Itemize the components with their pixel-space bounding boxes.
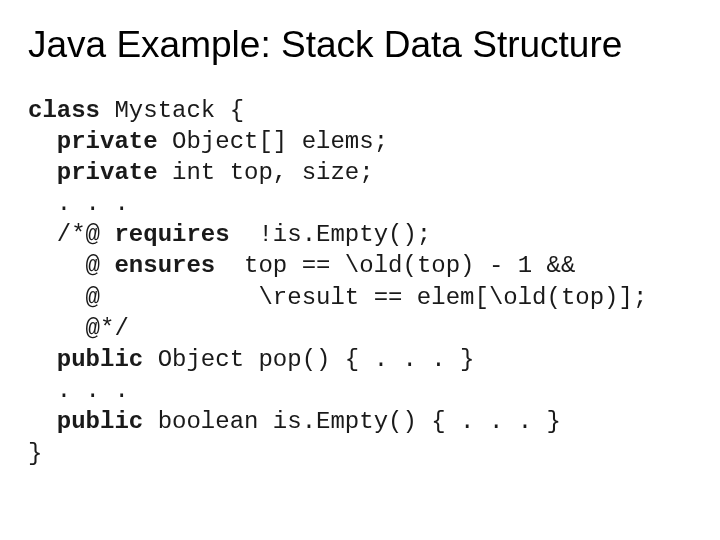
keyword-public: public — [57, 346, 143, 373]
code-text: int top, size; — [158, 159, 374, 186]
code-text: boolean is.Empty() { . . . } — [143, 408, 561, 435]
code-text: /*@ — [57, 221, 115, 248]
code-text: @ \result == elem[\old(top)]; — [57, 284, 648, 311]
code-text: . . . — [57, 377, 129, 404]
slide: Java Example: Stack Data Structure class… — [0, 0, 720, 540]
code-text: @ — [57, 252, 115, 279]
keyword-ensures: ensures — [114, 252, 215, 279]
code-text: . . . — [57, 190, 129, 217]
code-text: Mystack { — [100, 97, 244, 124]
code-block: class Mystack { private Object[] elems; … — [28, 95, 692, 469]
code-text: top == \old(top) - 1 && — [215, 252, 575, 279]
keyword-public: public — [57, 408, 143, 435]
keyword-requires: requires — [114, 221, 229, 248]
code-text: !is.Empty(); — [230, 221, 432, 248]
code-text: @*/ — [57, 315, 129, 342]
code-text: } — [28, 440, 42, 467]
code-text: Object[] elems; — [158, 128, 388, 155]
keyword-private: private — [57, 159, 158, 186]
keyword-private: private — [57, 128, 158, 155]
code-text: Object pop() { . . . } — [143, 346, 474, 373]
keyword-class: class — [28, 97, 100, 124]
slide-title: Java Example: Stack Data Structure — [28, 24, 692, 67]
